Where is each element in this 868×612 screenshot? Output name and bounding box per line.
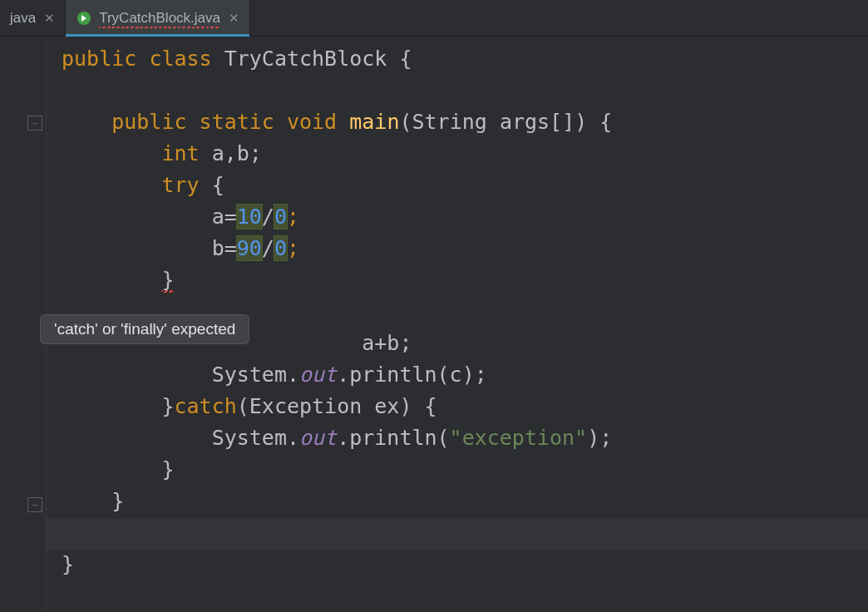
tab-java[interactable]: java ✕ [0, 0, 66, 37]
tab-trycatchblock[interactable]: TryCatchBlock.java ✕ [66, 0, 250, 37]
code-line: System.out.println(c); [62, 363, 487, 387]
class-icon [76, 10, 92, 27]
code-line: try { [62, 173, 224, 197]
tab-bar: java ✕ TryCatchBlock.java ✕ [0, 0, 868, 37]
tab-label: java [10, 10, 36, 27]
tab-label: TryCatchBlock.java [99, 10, 220, 27]
code-line: a=10/0; [62, 205, 299, 229]
code-line: } [62, 268, 174, 292]
close-icon[interactable]: ✕ [44, 11, 55, 26]
code-line: }catch(Exception ex) { [62, 394, 437, 418]
tooltip-text: 'catch' or 'finally' expected [54, 320, 235, 338]
code-line: public class TryCatchBlock { [62, 47, 412, 71]
code-line: public static void main(String args[]) { [62, 110, 612, 134]
code-line: System.out.println("exception"); [62, 426, 612, 450]
code-line: } [62, 489, 124, 513]
close-icon[interactable]: ✕ [229, 11, 239, 26]
code-line: int a,b; [62, 141, 262, 165]
fold-icon[interactable]: − [27, 497, 42, 512]
fold-icon[interactable]: − [27, 116, 42, 131]
code-line: } [62, 552, 74, 576]
error-tooltip: 'catch' or 'finally' expected [40, 314, 249, 344]
code-line: b=90/0; [62, 236, 299, 260]
code-line: } [62, 457, 174, 481]
